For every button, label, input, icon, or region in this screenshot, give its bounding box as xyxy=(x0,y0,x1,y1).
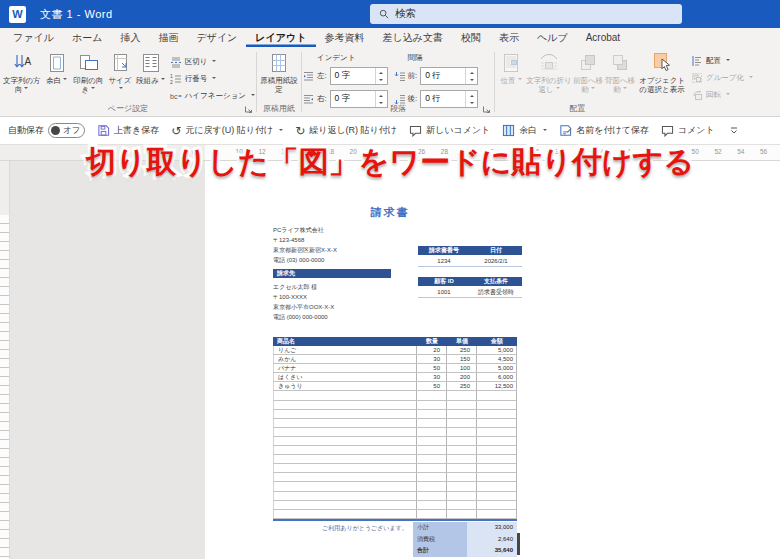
text-direction-label: 文字列の方向 xyxy=(3,76,41,94)
totals-label: 小計 xyxy=(413,522,467,534)
word-app-icon: W xyxy=(9,6,26,23)
tab-校閲[interactable]: 校閲 xyxy=(452,28,490,47)
table-cell xyxy=(447,473,477,481)
comments-label: コメント xyxy=(678,124,715,137)
tab-挿入[interactable]: 挿入 xyxy=(111,28,149,47)
table-row xyxy=(273,473,517,482)
comments-icon xyxy=(661,125,674,137)
tab-ファイル[interactable]: ファイル xyxy=(4,28,63,47)
wrap-text-button[interactable]: 文字列の折り返し xyxy=(526,49,572,105)
table-cell xyxy=(447,501,477,509)
tab-ヘルプ[interactable]: ヘルプ xyxy=(528,28,577,47)
indent-left-input[interactable]: 0 字 xyxy=(330,67,388,85)
line-numbers-button[interactable]: 12 行番号 xyxy=(170,73,255,85)
search-input[interactable]: 検索 xyxy=(370,4,682,24)
spacing-before-input[interactable]: 0 行 xyxy=(420,67,478,85)
indent-left-stepper[interactable] xyxy=(375,68,387,84)
table-cell xyxy=(273,437,417,445)
send-backward-icon xyxy=(609,52,631,74)
paragraph-dialog-launcher[interactable] xyxy=(482,105,491,114)
document-page[interactable]: 請求書 PCライフ株式会社〒123-4568東京都新宿区新宿X-X-X電話 (0… xyxy=(205,161,780,559)
rotate-button[interactable]: 回転 xyxy=(691,89,753,101)
margins-quick-button[interactable]: 余白 xyxy=(496,121,553,140)
col-item-name: 商品名 xyxy=(273,337,417,346)
table-cell xyxy=(447,419,477,427)
text-direction-icon: A xyxy=(11,52,33,74)
orientation-button[interactable]: 印刷の向き xyxy=(71,49,105,105)
table-row: バナナ501005,000 xyxy=(273,364,517,373)
table-cell xyxy=(417,437,447,445)
table-cell xyxy=(477,446,517,454)
tab-ホーム[interactable]: ホーム xyxy=(63,28,111,47)
align-button[interactable]: 配置 xyxy=(691,55,753,67)
invoice-billto-line: エクセル太郎 様 xyxy=(273,282,334,292)
invoice-number-header: 請求書番号 xyxy=(418,246,470,255)
rotate-label: 回転 xyxy=(706,90,721,100)
send-backward-button[interactable]: 背面へ移動 xyxy=(604,49,636,105)
size-label: サイズ xyxy=(108,76,131,85)
pasted-invoice-image[interactable]: 請求書 PCライフ株式会社〒123-4568東京都新宿区新宿X-X-X電話 (0… xyxy=(205,161,780,559)
chevron-down-icon xyxy=(212,60,216,64)
redo-button[interactable]: ↻ 繰り返し(R) 貼り付け xyxy=(289,121,403,140)
group-arrange: 位置 文字列の折り返し 前面へ移動 背面へ移動 オブジェクトの選択と表示 配置 … xyxy=(495,47,780,116)
wrap-text-icon xyxy=(538,52,560,74)
selection-pane-button[interactable]: オブジェクトの選択と表示 xyxy=(636,49,688,105)
margins-button[interactable]: 余白 xyxy=(42,49,71,105)
table-cell xyxy=(447,410,477,418)
tab-Acrobat[interactable]: Acrobat xyxy=(577,28,629,47)
table-cell xyxy=(477,492,517,500)
table-cell: 200 xyxy=(447,373,477,381)
table-cell xyxy=(273,446,417,454)
undo-button[interactable]: ↺ 元に戻す(U) 貼り付け xyxy=(165,121,289,140)
col-quantity: 数量 xyxy=(417,337,447,346)
save-button[interactable]: 上書き保存 xyxy=(91,121,165,140)
genko-settings-button[interactable]: 原稿用紙設定 xyxy=(258,49,300,105)
table-cell xyxy=(447,464,477,472)
item-table-header: 商品名 数量 単価 金額 xyxy=(273,337,517,346)
qat-overflow-button[interactable] xyxy=(729,127,739,135)
table-row xyxy=(273,428,517,437)
table-cell: 50 xyxy=(417,382,447,390)
table-cell xyxy=(273,501,417,509)
table-row xyxy=(273,446,517,455)
breaks-button[interactable]: 区切り xyxy=(170,56,255,68)
text-direction-button[interactable]: A 文字列の方向 xyxy=(1,49,42,105)
tab-レイアウト[interactable]: レイアウト xyxy=(246,28,315,47)
size-button[interactable]: サイズ xyxy=(106,49,135,105)
table-row xyxy=(273,501,517,510)
comments-button[interactable]: コメント xyxy=(655,121,721,140)
tab-描画[interactable]: 描画 xyxy=(149,28,187,47)
tab-表示[interactable]: 表示 xyxy=(490,28,528,47)
table-cell xyxy=(447,492,477,500)
search-icon xyxy=(379,9,389,19)
save-as-button[interactable]: 名前を付けて保存 xyxy=(553,121,655,140)
align-icon xyxy=(691,55,703,67)
tab-参考資料[interactable]: 参考資料 xyxy=(316,28,374,47)
table-cell xyxy=(447,510,477,518)
table-cell xyxy=(447,391,477,399)
columns-button[interactable]: 段組み xyxy=(134,49,166,105)
undo-label: 元に戻す(U) 貼り付け xyxy=(185,124,273,137)
table-cell xyxy=(417,473,447,481)
table-row xyxy=(273,437,517,446)
line-numbers-label: 行番号 xyxy=(185,74,208,84)
group-button[interactable]: グループ化 xyxy=(691,72,753,84)
spacing-before-stepper[interactable] xyxy=(465,68,477,84)
hyphenation-button[interactable]: bc ハイフネーション xyxy=(170,90,255,102)
position-button[interactable]: 位置 xyxy=(496,49,526,105)
new-comment-button[interactable]: 新しいコメント xyxy=(403,121,496,140)
spacing-before-icon xyxy=(394,71,405,82)
table-cell xyxy=(417,510,447,518)
page-setup-dialog-launcher[interactable] xyxy=(244,105,253,114)
table-cell xyxy=(417,410,447,418)
table-row xyxy=(273,401,517,410)
tab-デザイン[interactable]: デザイン xyxy=(187,28,246,47)
table-cell xyxy=(417,482,447,490)
tab-差し込み文書[interactable]: 差し込み文書 xyxy=(374,28,452,47)
table-row xyxy=(273,492,517,501)
autosave-toggle[interactable]: オフ xyxy=(48,123,85,138)
breaks-icon xyxy=(170,56,182,68)
table-cell: 100 xyxy=(447,364,477,372)
table-cell xyxy=(477,501,517,509)
bring-forward-button[interactable]: 前面へ移動 xyxy=(572,49,604,105)
